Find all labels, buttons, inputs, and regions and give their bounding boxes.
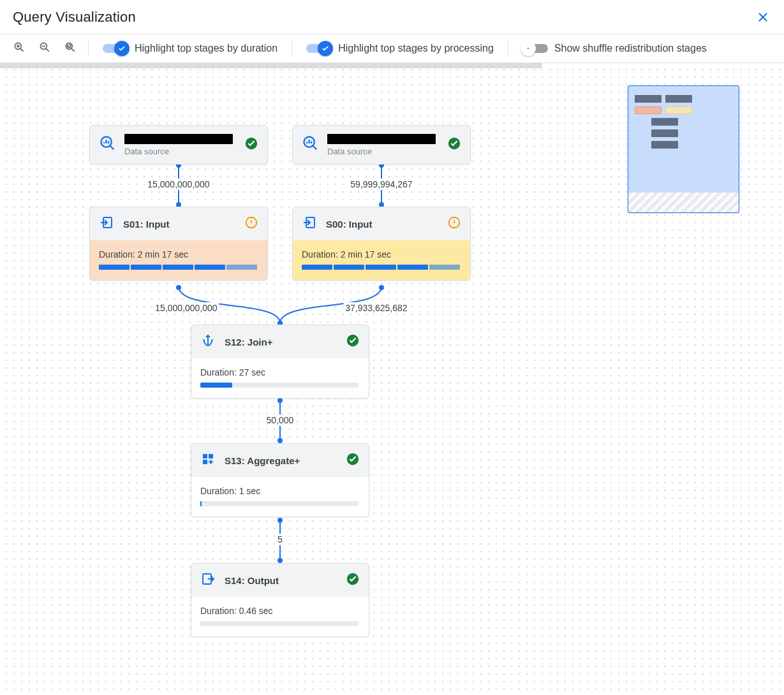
zoom-reset-button[interactable]: [64, 41, 77, 56]
data-source-text: Data source: [327, 134, 436, 156]
edge-label: 15,000,000,000: [153, 302, 219, 314]
zoom-in-icon: [13, 41, 26, 56]
switch-icon: [306, 44, 332, 53]
stage-progress-bar: [99, 265, 257, 270]
header: Query Visualization: [0, 0, 784, 34]
stage-duration: Duration: 0.46 sec: [200, 606, 360, 616]
output-icon: [200, 571, 216, 589]
analytics-icon: [302, 135, 320, 155]
input-icon: [99, 215, 114, 233]
stage-progress-bar: [200, 621, 359, 626]
toggle-label: Show shuffle redistribution stages: [554, 43, 707, 54]
stage-name: S12: Join+: [225, 337, 272, 348]
input-icon: [302, 215, 317, 233]
switch-icon: [522, 44, 548, 53]
zoom-out-button[interactable]: [38, 41, 51, 56]
info-circle-icon: [447, 216, 461, 232]
zoom-out-icon: [38, 41, 51, 56]
stage-node-s12[interactable]: S12: Join+ Duration: 27 sec: [191, 325, 369, 399]
stage-node-s13[interactable]: S13: Aggregate+ Duration: 1 sec: [191, 443, 369, 517]
zoom-in-button[interactable]: [13, 41, 26, 56]
stage-node-s01[interactable]: S01: Input Duration: 2 min 17 sec: [89, 207, 268, 281]
stage-duration: Duration: 27 sec: [200, 367, 360, 377]
stage-node-s14[interactable]: S14: Output Duration: 0.46 sec: [191, 563, 369, 637]
svg-point-8: [379, 285, 384, 290]
stage-duration: Duration: 2 min 17 sec: [99, 249, 258, 260]
stage-name: S00: Input: [326, 219, 373, 230]
stage-progress-bar: [200, 501, 359, 506]
edge-label: 50,000: [265, 414, 296, 426]
toggle-highlight-duration[interactable]: Highlight top stages by duration: [89, 43, 292, 54]
switch-icon: [103, 44, 128, 53]
toggle-label: Highlight top stages by processing: [338, 43, 494, 54]
check-circle-icon: [346, 333, 360, 350]
svg-rect-24: [209, 454, 213, 458]
toolbar: Highlight top stages by duration Highlig…: [0, 34, 784, 63]
svg-rect-23: [203, 454, 207, 458]
check-circle-icon: [244, 136, 258, 153]
data-source-label: Data source: [124, 147, 233, 156]
edge-label: 15,000,000,000: [145, 179, 211, 190]
edge-label: 5: [276, 534, 285, 545]
toggle-show-shuffle[interactable]: Show shuffle redistribution stages: [508, 43, 721, 54]
edge-label: 59,999,994,267: [348, 179, 414, 190]
stage-node-s00[interactable]: S00: Input Duration: 2 min 17 sec: [292, 207, 471, 281]
data-source-text: Data source: [124, 134, 233, 156]
svg-point-11: [277, 438, 283, 443]
svg-rect-25: [203, 460, 207, 464]
stage-name: S01: Input: [123, 219, 170, 230]
stage-progress-bar: [302, 265, 460, 270]
join-icon: [200, 333, 216, 351]
stage-duration: Duration: 2 min 17 sec: [302, 249, 461, 260]
info-circle-icon: [244, 216, 258, 232]
redacted-name: [124, 134, 233, 144]
aggregate-icon: [200, 451, 216, 469]
toggle-highlight-processing[interactable]: Highlight top stages by processing: [292, 43, 508, 54]
stage-progress-bar: [200, 383, 359, 388]
check-circle-icon: [346, 572, 360, 589]
close-icon: [756, 10, 770, 24]
data-source-node[interactable]: Data source: [89, 125, 268, 165]
minimap[interactable]: [628, 85, 739, 213]
svg-point-2: [66, 43, 72, 49]
check-circle-icon: [346, 452, 360, 469]
stage-name: S13: Aggregate+: [225, 455, 300, 466]
svg-point-7: [176, 285, 181, 290]
close-button[interactable]: [752, 6, 774, 28]
check-circle-icon: [447, 136, 461, 153]
stage-duration: Duration: 1 sec: [200, 486, 360, 496]
svg-point-12: [277, 518, 283, 523]
data-source-label: Data source: [327, 147, 436, 156]
edge-label: 37,933,625,682: [343, 302, 409, 314]
graph-canvas[interactable]: 15,000,000,000 59,999,994,267 15,000,000…: [0, 63, 784, 695]
data-source-node[interactable]: Data source: [292, 125, 471, 165]
toggle-label: Highlight top stages by duration: [135, 43, 277, 54]
zoom-reset-icon: [64, 41, 77, 56]
svg-point-10: [277, 398, 283, 403]
redacted-name: [327, 134, 436, 144]
analytics-icon: [99, 135, 117, 155]
page-title: Query Visualization: [13, 9, 136, 26]
svg-point-13: [277, 558, 283, 563]
stage-name: S14: Output: [225, 575, 279, 586]
